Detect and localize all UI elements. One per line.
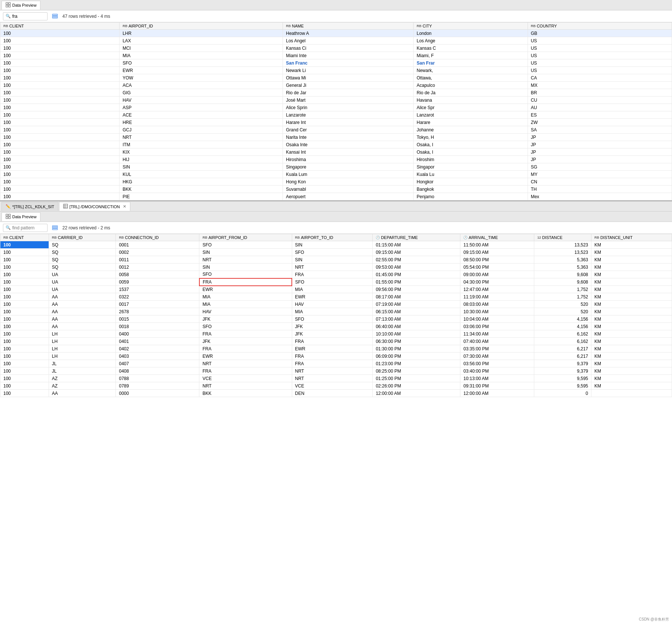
table-row[interactable]: 100UA0058SFOFRA01:45:00 PM09:00:00 AM9,6… bbox=[0, 271, 672, 278]
table-row[interactable]: 100LH0403EWRFRA06:09:00 PM07:30:00 AM6,2… bbox=[0, 353, 672, 360]
table-row[interactable]: 100SINSingaporeSingaporSG bbox=[0, 163, 672, 171]
col-name: RB NAME bbox=[283, 23, 414, 30]
svg-rect-2 bbox=[6, 5, 8, 7]
bottom-inner-tab-bar: Data Preview bbox=[0, 212, 672, 222]
top-search-input-wrapper[interactable]: 🔍 bbox=[3, 12, 48, 20]
bcol-arr: 🕐 ARRIVAL_TIME bbox=[460, 234, 534, 241]
table-row[interactable]: 100LAXLos AngelLos AngeUS bbox=[0, 37, 672, 45]
table-row[interactable]: 100HIJHiroshimaHiroshimJP bbox=[0, 156, 672, 163]
svg-rect-17 bbox=[52, 229, 58, 230]
col-country: RB COUNTRY bbox=[528, 23, 672, 30]
top-rows-info: 47 rows retrieved - 4 ms bbox=[62, 14, 110, 19]
bcol-unit: RB DISTANCE_UNIT bbox=[591, 234, 672, 241]
bottom-search-input-wrapper[interactable]: 🔍 bbox=[3, 224, 48, 232]
bottom-search-input[interactable] bbox=[12, 225, 42, 230]
svg-rect-3 bbox=[9, 5, 10, 7]
bcol-from: RB AIRPORT_FROM_ID bbox=[199, 234, 292, 241]
top-table-body: 100LHRHeathrow ALondonGB100LAXLos AngelL… bbox=[0, 30, 672, 200]
main-container: Data Preview 🔍 47 rows retrieved - 4 ms bbox=[0, 0, 672, 625]
table-row[interactable]: 100EWRNewark LiNewark,US bbox=[0, 67, 672, 74]
table-row[interactable]: 100AA0017MIAHAV07:19:00 AM08:03:00 AM520… bbox=[0, 301, 672, 308]
table-row[interactable]: 100SFOSan FrancSan FrarUS bbox=[0, 59, 672, 67]
table-row[interactable]: 100AA2678HAVMIA06:15:00 AM10:30:00 AM520… bbox=[0, 308, 672, 315]
col-city: RB CITY bbox=[414, 23, 528, 30]
svg-rect-5 bbox=[52, 16, 58, 17]
svg-rect-6 bbox=[52, 17, 58, 18]
table-row[interactable]: 100AA0015JFKSFO07:13:00 AM10:04:00 AM4,1… bbox=[0, 315, 672, 323]
table-row[interactable]: 100UA1537EWRMIA09:56:00 PM12:47:00 AM1,7… bbox=[0, 286, 672, 293]
table-row[interactable]: 100JL0407NRTFRA01:23:00 PM03:56:00 PM9,3… bbox=[0, 360, 672, 367]
top-table: RB CLIENT RB AIRPORT_ID RB NAME RB CITY … bbox=[0, 22, 672, 200]
bcol-conn: RB CONNECTION_ID bbox=[116, 234, 199, 241]
data-preview-tab-top[interactable]: Data Preview bbox=[1, 1, 40, 10]
table-row[interactable]: 100JL0408FRANRT08:25:00 PM03:40:00 PM9,3… bbox=[0, 367, 672, 375]
bottom-tab-dmo-label: [TRL] /DMO/CONNECTION bbox=[69, 204, 120, 209]
bcol-dep: 🕐 DEPARTURE_TIME bbox=[373, 234, 460, 241]
top-tab-bar: Data Preview bbox=[0, 0, 672, 10]
svg-rect-13 bbox=[6, 217, 8, 219]
table-row[interactable]: 100LH0401JFKFRA06:30:00 PM07:40:00 AM6,1… bbox=[0, 338, 672, 345]
table-row[interactable]: 100SQ0002SINSFO09:15:00 AM09:15:00 AM13,… bbox=[0, 249, 672, 256]
bottom-table-body: 100SQ0001SFOSIN01:15:00 AM11:50:00 AM13,… bbox=[0, 241, 672, 397]
svg-rect-12 bbox=[9, 214, 10, 216]
bottom-tab-dmo[interactable]: [TRL] /DMO/CONNECTION ✕ bbox=[59, 202, 130, 211]
table-row[interactable]: 100ASPAlice SprinAlice SprAU bbox=[0, 104, 672, 111]
table-row[interactable]: 100SQ0011NRTSIN02:55:00 PM08:50:00 PM5,3… bbox=[0, 256, 672, 264]
bottom-table: RB CLIENT RB CARRIER_ID RB CONNECTION_ID… bbox=[0, 234, 672, 397]
table-row[interactable]: 100ACELanzaroteLanzarotES bbox=[0, 111, 672, 119]
table-row[interactable]: 100LH0402FRAEWR01:30:00 PM03:35:00 PM6,2… bbox=[0, 345, 672, 353]
top-table-header: RB CLIENT RB AIRPORT_ID RB NAME RB CITY … bbox=[0, 23, 672, 30]
table-row[interactable]: 100BKKSuvarnablBangkokTH bbox=[0, 186, 672, 193]
table-row[interactable]: 100PIEAeropuertPenjamoMex bbox=[0, 193, 672, 200]
table-row[interactable]: 100MCIKansas CiKansas CUS bbox=[0, 45, 672, 52]
col-airport-id: RB AIRPORT_ID bbox=[120, 23, 283, 30]
table-row[interactable]: 100KULKuala LumKuala LuMY bbox=[0, 171, 672, 178]
top-table-container[interactable]: RB CLIENT RB AIRPORT_ID RB NAME RB CITY … bbox=[0, 22, 672, 200]
search-icon-top: 🔍 bbox=[6, 14, 11, 19]
bottom-table-container[interactable]: RB CLIENT RB CARRIER_ID RB CONNECTION_ID… bbox=[0, 234, 672, 625]
table-row[interactable]: 100HKGHong KonHongkorCN bbox=[0, 178, 672, 186]
bottom-tab-zcl[interactable]: ✏️ *[TRL] ZCL_KDLK_SIT bbox=[1, 202, 58, 211]
watermark: CSDN @非鱼朴芳 bbox=[639, 617, 669, 622]
bottom-tab-close[interactable]: ✕ bbox=[123, 204, 126, 209]
bottom-tab-bar: ✏️ *[TRL] ZCL_KDLK_SIT [TRL] /DMO/CONNEC… bbox=[0, 201, 672, 212]
table-row[interactable]: 100ITMOsaka InteOsaka, IJP bbox=[0, 141, 672, 148]
bottom-search-bar: 🔍 22 rows retrieved - 2 ms bbox=[0, 222, 672, 234]
grid-icon-bottom bbox=[6, 214, 11, 220]
svg-rect-14 bbox=[9, 217, 10, 219]
table-row[interactable]: 100UA0059FRASFO01:55:00 PM04:30:00 PM9,6… bbox=[0, 278, 672, 286]
svg-rect-0 bbox=[6, 3, 8, 4]
table-row[interactable]: 100HAVJosé MartHavanaCU bbox=[0, 96, 672, 104]
table-row[interactable]: 100LH0400FRAJFK10:10:00 AM11:34:00 AM6,1… bbox=[0, 330, 672, 338]
svg-rect-1 bbox=[9, 3, 10, 4]
table-row[interactable]: 100LHRHeathrow ALondonGB bbox=[0, 30, 672, 37]
bcol-client: RB CLIENT bbox=[0, 234, 49, 241]
table-row[interactable]: 100YOWOttawa MiOttawa,CA bbox=[0, 74, 672, 82]
table-row[interactable]: 100NRTNarita InteTokyo, HJP bbox=[0, 134, 672, 141]
table-row[interactable]: 100HREHarare IntHarareZW bbox=[0, 119, 672, 126]
table-row[interactable]: 100AA0018SFOJFK06:40:00 AM03:06:00 PM4,1… bbox=[0, 323, 672, 330]
table-row[interactable]: 100SQ0001SFOSIN01:15:00 AM11:50:00 AM13,… bbox=[0, 241, 672, 249]
table-row[interactable]: 100SQ0012SINNRT09:53:00 AM05:54:00 PM5,3… bbox=[0, 264, 672, 271]
top-search-input[interactable] bbox=[12, 14, 42, 19]
svg-rect-7 bbox=[63, 204, 68, 208]
table-row[interactable]: 100KIXKansai IntOsaka, IJP bbox=[0, 148, 672, 156]
top-tab-label: Data Preview bbox=[12, 3, 36, 7]
svg-rect-11 bbox=[6, 214, 8, 216]
table-row[interactable]: 100GCJGrand CerJohanneSA bbox=[0, 126, 672, 134]
bcol-dist: 12 DISTANCE bbox=[534, 234, 591, 241]
table-row[interactable]: 100GIGRio de JarRio de JaBR bbox=[0, 89, 672, 96]
svg-rect-15 bbox=[52, 226, 58, 227]
search-icon-bottom: 🔍 bbox=[6, 225, 11, 230]
bcol-to: RB AIRPORT_TO_ID bbox=[292, 234, 373, 241]
data-preview-tab-bottom[interactable]: Data Preview bbox=[1, 212, 40, 221]
table-icon-bottom bbox=[63, 204, 68, 209]
table-row[interactable]: 100ACAGeneral JiAcapulcoMX bbox=[0, 82, 672, 89]
table-row[interactable]: 100AZ0788VCENRT01:25:00 PM10:13:00 AM9,5… bbox=[0, 375, 672, 382]
table-row[interactable]: 100AA0322MIAEWR08:17:00 AM11:19:00 AM1,7… bbox=[0, 293, 672, 301]
table-row[interactable]: 100AA0000BKKDEN12:00:00 AM12:00:00 AM0 bbox=[0, 390, 672, 397]
bottom-rows-info: 22 rows retrieved - 2 ms bbox=[62, 225, 110, 230]
table-row[interactable]: 100MIAMiami InteMiami, FUS bbox=[0, 52, 672, 59]
table-row[interactable]: 100AZ0789NRTVCE02:26:00 PM09:31:00 PM9,5… bbox=[0, 382, 672, 390]
svg-rect-16 bbox=[52, 227, 58, 228]
